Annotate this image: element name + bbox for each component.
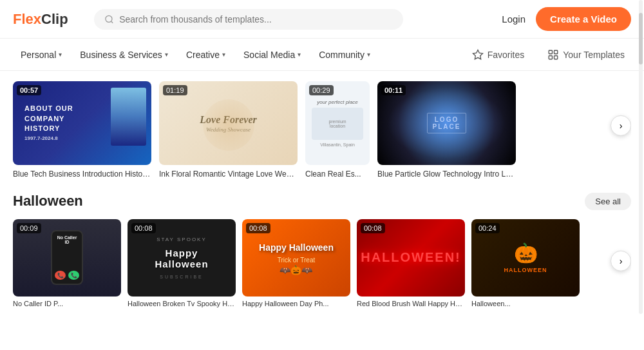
template-card[interactable]: 00:29 your perfect place premiumlocation… [305, 81, 370, 180]
halloween-title: Halloween Broken Tv Spooky Haunted House… [128, 300, 236, 307]
halloween-card[interactable]: 00:09 No Caller ID 📞 📞 No Caller ID P... [13, 219, 121, 307]
login-button[interactable]: Login [502, 14, 526, 24]
nav-item-community[interactable]: Community ▾ [311, 44, 378, 65]
halloween-next-arrow-button[interactable]: › [611, 251, 631, 271]
template-title: Blue Tech Business Introduction History … [13, 169, 151, 180]
featured-template-row: 00:57 ABOUT OUR COMPANY HISTORY 1997.7-2… [13, 71, 631, 185]
template-card[interactable]: 00:11 LOGOPLACE Blue Particle Glow Techn… [377, 81, 516, 180]
halloween-card[interactable]: 00:08 STAY SPOOKY HappyHalloween SUBSCRI… [128, 219, 236, 307]
halloween-row: 00:09 No Caller ID 📞 📞 No Caller ID P...… [13, 213, 631, 314]
halloween-title: Halloween... [471, 300, 580, 307]
header-actions: Login Create a Video [502, 7, 631, 31]
halloween-card[interactable]: 00:24 🎃 HALLOWEEN Halloween... [471, 219, 580, 307]
svg-point-0 [106, 15, 112, 22]
logo[interactable]: FlexClip [13, 11, 84, 28]
duration-badge: 00:09 [17, 223, 41, 233]
svg-rect-4 [554, 50, 558, 53]
next-arrow-button[interactable]: › [611, 115, 631, 136]
template-title: Clean Real Es... [305, 169, 370, 180]
nav-item-social[interactable]: Social Media ▾ [236, 44, 308, 65]
create-video-button[interactable]: Create a Video [536, 7, 631, 31]
halloween-title: Red Blood Brush Wall Happy Halloween Sca… [357, 300, 465, 307]
halloween-thumbnail: 00:08 HALLOWEEN! [357, 219, 465, 297]
template-title: Blue Particle Glow Technology Intro Logo [377, 169, 516, 180]
halloween-thumbnail: 00:08 Happy Halloween Trick or Treat 🦇🎃🦇 [242, 219, 350, 297]
search-input[interactable] [119, 14, 393, 24]
svg-marker-2 [473, 50, 482, 59]
favorites-label: Favorites [488, 50, 525, 60]
header: FlexClip Login Create a Video [0, 0, 644, 39]
template-thumbnail: 00:29 your perfect place premiumlocation… [305, 81, 370, 165]
nav-right: Favorites Your Templates [466, 45, 631, 64]
duration-badge: 00:08 [131, 223, 156, 233]
duration-badge: 00:29 [309, 85, 334, 95]
nav-personal-label: Personal [21, 50, 56, 60]
chevron-down-icon: ▾ [222, 51, 225, 58]
halloween-title: No Caller ID P... [13, 300, 121, 307]
nav-item-personal[interactable]: Personal ▾ [13, 44, 70, 65]
svg-rect-6 [554, 55, 558, 59]
svg-rect-3 [549, 50, 553, 53]
duration-badge: 00:24 [475, 223, 500, 233]
nav-community-label: Community [319, 50, 365, 60]
chevron-down-icon: ▾ [298, 51, 301, 58]
star-icon [472, 49, 484, 61]
nav-item-business[interactable]: Business & Services ▾ [72, 44, 176, 65]
nav-business-label: Business & Services [80, 50, 162, 60]
chevron-down-icon: ▾ [367, 51, 370, 58]
your-templates-button[interactable]: Your Templates [541, 45, 631, 64]
search-icon [104, 14, 114, 24]
logo-flex: Flex [13, 11, 41, 28]
search-bar[interactable] [94, 9, 403, 30]
section-title: Halloween [13, 193, 83, 209]
scrollbar-track [639, 0, 643, 314]
chevron-down-icon: ▾ [165, 51, 168, 58]
svg-line-1 [111, 21, 113, 23]
halloween-card[interactable]: 00:08 HALLOWEEN! Red Blood Brush Wall Ha… [357, 219, 465, 307]
favorites-button[interactable]: Favorites [466, 45, 531, 64]
halloween-thumbnail: 00:24 🎃 HALLOWEEN [471, 219, 580, 297]
svg-rect-5 [549, 55, 553, 59]
templates-icon [547, 49, 559, 61]
nav: Personal ▾ Business & Services ▾ Creativ… [0, 39, 644, 71]
logo-clip: Clip [41, 11, 68, 28]
halloween-section-header: Halloween See all [13, 193, 631, 210]
halloween-thumbnail: 00:09 No Caller ID 📞 📞 [13, 219, 121, 297]
nav-item-creative[interactable]: Creative ▾ [178, 44, 233, 65]
template-card[interactable]: 01:19 Love Forever Wedding Showcase Ink … [159, 81, 298, 180]
duration-badge: 00:57 [17, 85, 41, 95]
template-title: Ink Floral Romantic Vintage Love Wedding… [159, 169, 298, 180]
see-all-button[interactable]: See all [585, 193, 631, 210]
your-templates-label: Your Templates [563, 50, 625, 60]
halloween-thumbnail: 00:08 STAY SPOOKY HappyHalloween SUBSCRI… [128, 219, 236, 297]
chevron-down-icon: ▾ [59, 51, 62, 58]
duration-badge: 00:08 [246, 223, 270, 233]
main-content: 00:57 ABOUT OUR COMPANY HISTORY 1997.7-2… [0, 71, 644, 314]
scrollbar-thumb[interactable] [639, 13, 643, 64]
nav-creative-label: Creative [186, 50, 220, 60]
template-thumbnail: 01:19 Love Forever Wedding Showcase [159, 81, 298, 165]
nav-social-label: Social Media [243, 50, 295, 60]
halloween-card[interactable]: 00:08 Happy Halloween Trick or Treat 🦇🎃🦇… [242, 219, 350, 307]
template-card[interactable]: 00:57 ABOUT OUR COMPANY HISTORY 1997.7-2… [13, 81, 151, 180]
template-thumbnail: 00:11 LOGOPLACE [377, 81, 516, 165]
duration-badge: 00:08 [361, 223, 385, 233]
halloween-title: Happy Halloween Day Ph... [242, 300, 350, 307]
template-thumbnail: 00:57 ABOUT OUR COMPANY HISTORY 1997.7-2… [13, 81, 151, 165]
